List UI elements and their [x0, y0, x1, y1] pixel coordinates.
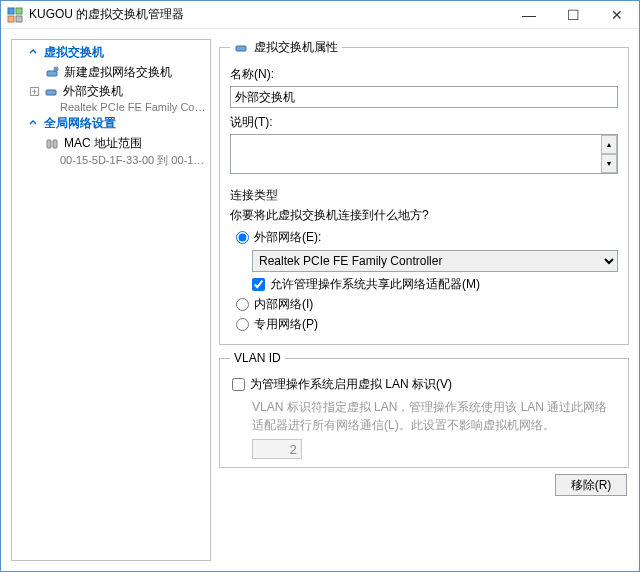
- adapter-select-wrap: Realtek PCIe FE Family Controller: [252, 250, 618, 272]
- radio-external[interactable]: 外部网络(E):: [236, 229, 618, 246]
- radio-internal[interactable]: 内部网络(I): [236, 296, 618, 313]
- check-enable-vlan[interactable]: 为管理操作系统启用虚拟 LAN 标识(V): [232, 376, 618, 393]
- section-label: 虚拟交换机: [44, 44, 104, 61]
- svg-rect-4: [47, 71, 57, 76]
- svg-rect-8: [53, 140, 57, 148]
- check-label: 允许管理操作系统共享此网络适配器(M): [270, 276, 480, 293]
- svg-rect-9: [236, 46, 246, 51]
- group-properties: 虚拟交换机属性 名称(N): 说明(T): ▲ ▼ 连接类型 你要将此虚拟交换机…: [219, 39, 629, 345]
- svg-rect-7: [47, 140, 51, 148]
- desc-label: 说明(T):: [230, 114, 618, 131]
- check-enable-vlan-input[interactable]: [232, 378, 245, 391]
- check-allow-mgmt-input[interactable]: [252, 278, 265, 291]
- body: 虚拟交换机 新建虚拟网络交换机 + 外部交换机 Realtek PCIe FE …: [1, 29, 639, 571]
- main-panel: 虚拟交换机属性 名称(N): 说明(T): ▲ ▼ 连接类型 你要将此虚拟交换机…: [219, 39, 629, 561]
- check-allow-mgmt[interactable]: 允许管理操作系统共享此网络适配器(M): [252, 276, 618, 293]
- tree-item-label: 外部交换机: [63, 83, 123, 100]
- tree-item-label: 新建虚拟网络交换机: [64, 64, 172, 81]
- desc-textarea[interactable]: [230, 134, 618, 174]
- radio-private-input[interactable]: [236, 318, 249, 331]
- section-global-network[interactable]: 全局网络设置: [12, 113, 210, 134]
- scroll-buttons: ▲ ▼: [601, 135, 617, 173]
- scroll-up-icon[interactable]: ▲: [601, 135, 617, 154]
- radio-external-input[interactable]: [236, 231, 249, 244]
- group-vlan: VLAN ID 为管理操作系统启用虚拟 LAN 标识(V) VLAN 标识符指定…: [219, 351, 629, 468]
- vlan-hint: VLAN 标识符指定虚拟 LAN，管理操作系统使用该 LAN 通过此网络适配器进…: [252, 398, 618, 434]
- vlan-legend: VLAN ID: [230, 351, 285, 365]
- tree-item-new-switch[interactable]: 新建虚拟网络交换机: [12, 63, 210, 82]
- svg-rect-6: [46, 90, 56, 95]
- tree-item-external-switch[interactable]: + 外部交换机: [12, 82, 210, 101]
- close-button[interactable]: ✕: [595, 1, 639, 29]
- window-title: KUGOU 的虚拟交换机管理器: [29, 6, 507, 23]
- button-row: 移除(R): [219, 474, 629, 496]
- conn-title: 连接类型: [230, 187, 618, 204]
- legend-text: 虚拟交换机属性: [254, 39, 338, 56]
- svg-rect-1: [16, 8, 22, 14]
- desc-wrap: ▲ ▼: [230, 134, 618, 177]
- check-label: 为管理操作系统启用虚拟 LAN 标识(V): [250, 376, 452, 393]
- conn-hint: 你要将此虚拟交换机连接到什么地方?: [230, 207, 618, 224]
- connection-type-section: 连接类型 你要将此虚拟交换机连接到什么地方? 外部网络(E): Realtek …: [230, 187, 618, 333]
- section-virtual-switches[interactable]: 虚拟交换机: [12, 42, 210, 63]
- radio-internal-input[interactable]: [236, 298, 249, 311]
- radio-label: 外部网络(E):: [254, 229, 321, 246]
- minimize-button[interactable]: —: [507, 1, 551, 29]
- svg-rect-3: [16, 16, 22, 22]
- section-label: 全局网络设置: [44, 115, 116, 132]
- switch-icon: [44, 85, 58, 99]
- name-label: 名称(N):: [230, 66, 618, 83]
- adapter-select[interactable]: Realtek PCIe FE Family Controller: [252, 250, 618, 272]
- tree-item-subtext: 00-15-5D-1F-33-00 到 00-15-5D-1...: [12, 153, 210, 168]
- remove-button[interactable]: 移除(R): [555, 474, 627, 496]
- expander-icon: [26, 46, 40, 60]
- radio-label: 专用网络(P): [254, 316, 318, 333]
- radio-label: 内部网络(I): [254, 296, 313, 313]
- tree-item-mac-range[interactable]: MAC 地址范围: [12, 134, 210, 153]
- expander-icon[interactable]: +: [30, 87, 39, 96]
- tree-item-label: MAC 地址范围: [64, 135, 142, 152]
- expander-icon: [26, 117, 40, 131]
- vlan-id-input: [252, 439, 302, 459]
- svg-rect-0: [8, 8, 14, 14]
- name-input[interactable]: [230, 86, 618, 108]
- sidebar: 虚拟交换机 新建虚拟网络交换机 + 外部交换机 Realtek PCIe FE …: [11, 39, 211, 561]
- app-icon: [7, 7, 23, 23]
- switch-new-icon: [45, 66, 59, 80]
- radio-private[interactable]: 专用网络(P): [236, 316, 618, 333]
- titlebar: KUGOU 的虚拟交换机管理器 — ☐ ✕: [1, 1, 639, 29]
- mac-icon: [45, 137, 59, 151]
- tree-item-subtext: Realtek PCIe FE Family Controller: [12, 101, 210, 113]
- switch-icon: [234, 41, 248, 55]
- window-frame: KUGOU 的虚拟交换机管理器 — ☐ ✕ 虚拟交换机 新建虚拟网络交换机 +: [0, 0, 640, 572]
- svg-rect-2: [8, 16, 14, 22]
- group-legend: 虚拟交换机属性: [230, 39, 342, 56]
- scroll-down-icon[interactable]: ▼: [601, 154, 617, 173]
- maximize-button[interactable]: ☐: [551, 1, 595, 29]
